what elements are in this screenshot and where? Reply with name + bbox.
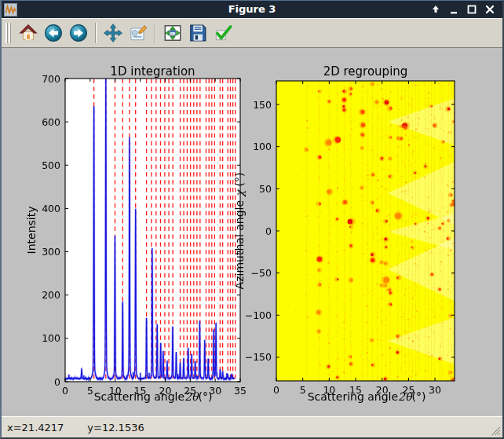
svg-text:400: 400 bbox=[42, 203, 60, 214]
home-icon bbox=[18, 23, 38, 43]
apply-check-button[interactable] bbox=[211, 21, 235, 45]
svg-text:200: 200 bbox=[42, 289, 60, 301]
svg-text:5: 5 bbox=[300, 384, 306, 396]
toolbar-handle[interactable] bbox=[5, 23, 11, 43]
edit-parameters-button[interactable] bbox=[126, 21, 150, 45]
toolbar bbox=[2, 18, 502, 48]
home-button[interactable] bbox=[16, 21, 40, 45]
svg-text:35: 35 bbox=[234, 385, 247, 397]
close-button[interactable] bbox=[484, 3, 496, 16]
back-icon bbox=[43, 23, 64, 43]
svg-text:100: 100 bbox=[253, 141, 272, 152]
statusbar: x=21.4217 y=12.1536 bbox=[2, 416, 502, 437]
toolbar-separator bbox=[155, 23, 156, 43]
shade-button[interactable] bbox=[429, 3, 442, 16]
right-plot-xlabel: Scattering angle 2θ (°) bbox=[366, 390, 367, 403]
svg-text:−50: −50 bbox=[251, 267, 272, 279]
edit-parameters-icon bbox=[128, 23, 148, 43]
configure-subplots-icon bbox=[163, 23, 183, 43]
figure-window: Figure 3 bbox=[0, 0, 504, 439]
svg-text:50: 50 bbox=[259, 183, 272, 195]
left-plot-ylabel: Intensity bbox=[25, 207, 38, 254]
svg-text:0: 0 bbox=[54, 376, 60, 388]
resize-grip[interactable] bbox=[490, 425, 501, 436]
svg-text:−150: −150 bbox=[245, 351, 272, 363]
back-button[interactable] bbox=[42, 21, 65, 45]
save-icon bbox=[188, 23, 208, 43]
cursor-y-readout: y=12.1536 bbox=[87, 422, 144, 434]
window-title: Figure 3 bbox=[2, 1, 502, 18]
svg-text:600: 600 bbox=[42, 116, 60, 128]
svg-text:5: 5 bbox=[87, 385, 93, 397]
svg-text:0: 0 bbox=[265, 225, 272, 237]
svg-text:0: 0 bbox=[273, 384, 279, 396]
right-plot-ylabel: Azimuthal angle χ (°) bbox=[233, 173, 246, 290]
forward-icon bbox=[68, 23, 89, 43]
svg-text:30: 30 bbox=[429, 384, 441, 396]
svg-text:150: 150 bbox=[253, 99, 272, 111]
titlebar[interactable]: Figure 3 bbox=[2, 1, 502, 18]
svg-text:0: 0 bbox=[62, 385, 68, 397]
check-icon bbox=[213, 23, 233, 43]
left-plot-title: 1D integration bbox=[65, 64, 240, 79]
left-plot-xlabel: Scattering angle 2θ (°) bbox=[152, 390, 154, 403]
app-icon bbox=[4, 3, 17, 16]
forward-button[interactable] bbox=[67, 21, 90, 45]
svg-text:100: 100 bbox=[42, 332, 60, 344]
svg-text:500: 500 bbox=[42, 159, 60, 171]
toolbar-separator bbox=[95, 23, 97, 43]
window-controls bbox=[429, 3, 496, 16]
minimize-button[interactable] bbox=[447, 3, 460, 16]
svg-text:300: 300 bbox=[42, 246, 60, 258]
svg-text:700: 700 bbox=[42, 73, 60, 85]
plots-svg: 0510152025303501002003004005006007000510… bbox=[2, 48, 502, 416]
right-plot-title: 2D regrouping bbox=[276, 64, 455, 79]
maximize-button[interactable] bbox=[466, 3, 478, 16]
pan-icon bbox=[103, 23, 123, 43]
pan-button[interactable] bbox=[101, 21, 125, 45]
figure-canvas[interactable]: 0510152025303501002003004005006007000510… bbox=[2, 48, 502, 416]
right-axes: 051015202530−150−100−50050100150 bbox=[245, 81, 455, 396]
save-button[interactable] bbox=[186, 21, 210, 45]
cursor-x-readout: x=21.4217 bbox=[7, 422, 64, 434]
svg-text:−100: −100 bbox=[245, 309, 272, 321]
configure-subplots-button[interactable] bbox=[161, 21, 184, 45]
